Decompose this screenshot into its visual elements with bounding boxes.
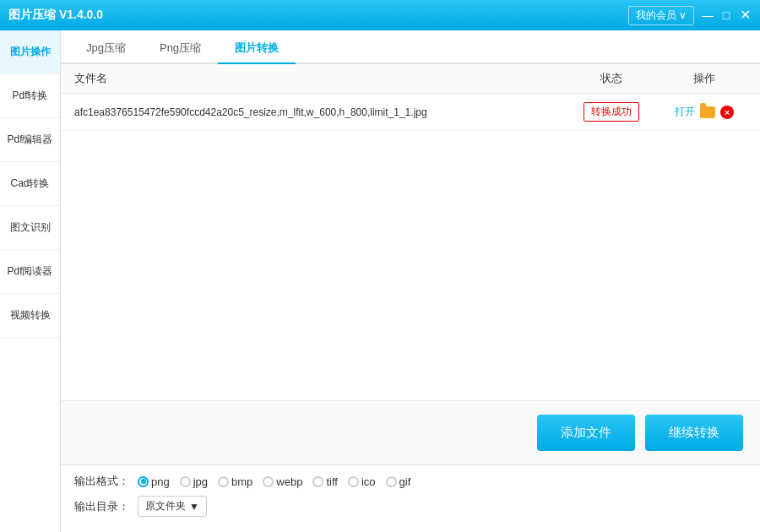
action-buttons-area: 添加文件 继续转换 <box>61 400 760 464</box>
table-body: afc1ea8376515472fe590fccd42a20c5_resize,… <box>61 94 760 400</box>
sidebar-item-image-ops[interactable]: 图片操作 <box>0 30 60 74</box>
header-action: 操作 <box>662 71 746 86</box>
sidebar-item-pdf-reader[interactable]: Pdf阅读器 <box>0 250 60 294</box>
radio-tiff[interactable] <box>312 476 323 487</box>
continue-convert-button[interactable]: 继续转换 <box>645 415 743 451</box>
radio-bmp[interactable] <box>218 476 229 487</box>
tab-png-compress[interactable]: Png压缩 <box>143 34 218 64</box>
row-filename: afc1ea8376515472fe590fccd42a20c5_resize,… <box>74 106 561 118</box>
radio-ico[interactable] <box>348 476 359 487</box>
format-row: 输出格式： png jpg bmp <box>74 474 746 489</box>
format-gif[interactable]: gif <box>386 475 411 488</box>
row-status: 转换成功 <box>561 102 662 122</box>
tab-image-convert[interactable]: 图片转换 <box>218 34 296 64</box>
format-tiff[interactable]: tiff <box>312 475 338 488</box>
tab-jpg-compress[interactable]: Jpg压缩 <box>69 34 143 64</box>
status-badge: 转换成功 <box>584 102 639 122</box>
dir-row: 输出目录： 原文件夹 ▼ <box>74 496 746 517</box>
delete-button[interactable]: × <box>720 106 734 119</box>
tab-bar: Jpg压缩 Png压缩 图片转换 <box>61 30 760 64</box>
format-webp[interactable]: webp <box>263 475 302 488</box>
radio-jpg[interactable] <box>180 476 191 487</box>
format-jpg[interactable]: jpg <box>180 475 208 488</box>
header-filename: 文件名 <box>74 71 561 86</box>
title-bar-right: 我的会员 ∨ — □ ✕ <box>628 6 752 25</box>
title-bar: 图片压缩 V1.4.0.0 我的会员 ∨ — □ ✕ <box>0 0 760 30</box>
format-ico[interactable]: ico <box>348 475 376 488</box>
sidebar-item-pdf-convert[interactable]: Pdf转换 <box>0 74 60 118</box>
format-bmp[interactable]: bmp <box>218 475 252 488</box>
sidebar-item-pdf-editor[interactable]: Pdf编辑器 <box>0 118 60 162</box>
header-status: 状态 <box>561 71 662 86</box>
row-action: 打开 × <box>662 105 746 119</box>
close-button[interactable]: ✕ <box>738 8 752 22</box>
minimize-button[interactable]: — <box>701 8 714 22</box>
sidebar-item-cad-convert[interactable]: Cad转换 <box>0 162 60 206</box>
member-button[interactable]: 我的会员 ∨ <box>628 6 694 25</box>
dir-dropdown[interactable]: 原文件夹 ▼ <box>138 496 207 517</box>
dir-label: 输出目录： <box>74 499 129 514</box>
maximize-button[interactable]: □ <box>719 8 733 22</box>
content-area: Jpg压缩 Png压缩 图片转换 文件名 状态 操作 afc1ea8376515… <box>61 30 760 532</box>
table-row: afc1ea8376515472fe590fccd42a20c5_resize,… <box>61 94 760 131</box>
sidebar-item-video-convert[interactable]: 视频转换 <box>0 294 60 338</box>
add-file-button[interactable]: 添加文件 <box>537 415 635 451</box>
table-header: 文件名 状态 操作 <box>61 64 760 94</box>
chevron-down-icon: ∨ <box>679 9 687 21</box>
dir-select[interactable]: 原文件夹 ▼ <box>138 496 207 517</box>
main-container: 图片操作 Pdf转换 Pdf编辑器 Cad转换 图文识别 Pdf阅读器 视频转换… <box>0 30 760 532</box>
format-png[interactable]: png <box>138 475 170 488</box>
open-file-link[interactable]: 打开 <box>675 105 695 119</box>
radio-gif[interactable] <box>386 476 397 487</box>
format-label: 输出格式： <box>74 474 129 489</box>
sidebar-item-ocr[interactable]: 图文识别 <box>0 206 60 250</box>
folder-icon[interactable] <box>700 106 715 118</box>
dropdown-arrow-icon: ▼ <box>189 501 199 513</box>
radio-png[interactable] <box>138 476 149 487</box>
output-area: 输出格式： png jpg bmp <box>61 464 760 532</box>
format-options: png jpg bmp webp <box>138 475 410 488</box>
file-table-area: 文件名 状态 操作 afc1ea8376515472fe590fccd42a20… <box>61 64 760 464</box>
sidebar: 图片操作 Pdf转换 Pdf编辑器 Cad转换 图文识别 Pdf阅读器 视频转换 <box>0 30 61 532</box>
window-controls: — □ ✕ <box>701 8 752 22</box>
app-title: 图片压缩 V1.4.0.0 <box>8 8 103 23</box>
radio-webp[interactable] <box>263 476 274 487</box>
